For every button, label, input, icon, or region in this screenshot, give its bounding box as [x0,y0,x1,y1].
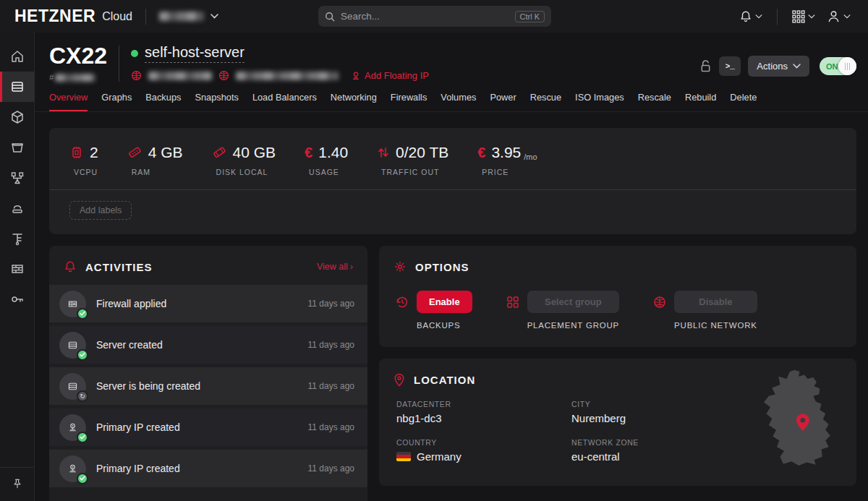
tab-networking[interactable]: Networking [331,92,377,111]
tab-rescue[interactable]: Rescue [530,92,561,111]
stats-row: 2 VCPU 4 GB RAM 40 GB DISK LOCAL [49,128,856,189]
unlock-icon[interactable] [699,59,712,73]
option-public-network: Disable PUBLIC NETWORK [652,291,757,330]
server-ip-row: Add Floating IP [131,70,429,81]
bell-icon [64,260,77,273]
tab-load-balancers[interactable]: Load Balancers [252,92,317,111]
overview-grid: ACTIVITIES View all › Firewall applied 1… [49,246,856,501]
sidebar-item-servers[interactable] [0,72,35,102]
stat-traffic: 0/20 TB TRAFFIC OUT [377,144,448,176]
activity-row[interactable]: ↻ Server is being created 11 days ago [49,367,367,405]
activity-title: Firewall applied [96,298,166,309]
sidebar-item-firewalls[interactable] [0,254,35,284]
tab-graphs[interactable]: Graphs [101,92,132,111]
success-badge-icon [77,432,88,443]
options-panel: OPTIONS Enable BACKUPS Select group [379,246,856,347]
stat-value: 40 GB [233,144,276,161]
tab-rescale[interactable]: Rescale [638,92,671,111]
header-divider [119,46,119,82]
germany-map [757,369,838,468]
pin-icon[interactable] [12,478,23,489]
activity-row[interactable]: Primary IP created 11 days ago [49,408,367,446]
sidebar-item-security[interactable] [0,284,35,314]
project-name-redacted [159,12,204,21]
tab-firewalls[interactable]: Firewalls [391,92,427,111]
firewall-icon [10,262,25,276]
sidebar-item-floating-ips[interactable] [0,193,35,223]
view-all-link[interactable]: View all › [317,262,353,272]
server-icon [67,380,79,393]
enable-backups-button[interactable]: Enable [417,291,472,313]
add-labels-button[interactable]: Add labels [69,201,132,220]
tab-iso-images[interactable]: ISO Images [575,92,624,111]
ipv6-address-redacted [236,72,339,80]
tab-rebuild[interactable]: Rebuild [685,92,716,111]
chevron-down-icon [843,14,851,19]
server-name[interactable]: self-host-server [145,44,244,63]
activities-list: Firewall applied 11 days ago Server crea… [49,285,367,492]
options-header: OPTIONS [379,246,856,285]
cpu-icon [69,145,84,160]
power-toggle[interactable]: ON [820,57,856,75]
activity-avatar [59,332,86,359]
sidebar-item-networks[interactable] [0,223,35,254]
server-tabs: Overview Graphs Backups Snapshots Load B… [35,82,868,112]
status-dot-running [131,50,138,57]
stat-disk: 40 GB DISK LOCAL [212,144,276,176]
placement-grid-icon [506,295,520,309]
tab-overview[interactable]: Overview [49,92,88,111]
product-name: Cloud [102,10,132,23]
ipv6-globe-icon [218,70,229,81]
germany-flag-icon [396,452,411,461]
traffic-icon [377,145,390,160]
tab-snapshots[interactable]: Snapshots [195,92,238,111]
tab-power[interactable]: Power [490,92,516,111]
actions-button[interactable]: Actions [748,56,809,77]
sidebar-footer [0,467,34,501]
stat-label: USAGE [305,168,339,176]
activity-row[interactable]: Primary IP created 11 days ago [49,450,367,487]
top-navbar: HETZNER Cloud Search... Ctrl K [0,0,868,33]
notifications-menu[interactable] [736,7,765,26]
sidebar-item-storage[interactable] [0,132,35,163]
ip-pin-icon [67,421,79,434]
stat-label: DISK LOCAL [212,168,268,176]
activity-row[interactable]: Firewall applied 11 days ago [49,285,367,322]
activity-avatar: ↻ [59,373,86,400]
tab-volumes[interactable]: Volumes [441,92,476,111]
sidebar-item-volumes[interactable] [0,102,35,132]
select-group-button[interactable]: Select group [527,291,619,313]
project-selector[interactable] [159,12,218,21]
bucket-icon [10,140,25,155]
disk-icon [212,145,227,160]
right-column: OPTIONS Enable BACKUPS Select group [379,246,856,486]
labels-row: Add labels [49,190,856,234]
field-value: nbg1-dc3 [396,412,571,424]
option-label: PUBLIC NETWORK [674,321,757,330]
stat-price: € 3.95 /mo PRICE [477,144,537,176]
tab-delete[interactable]: Delete [730,92,757,111]
apps-menu[interactable] [789,7,818,26]
gear-icon [393,260,407,273]
hetzner-logo: HETZNER [14,7,95,26]
server-controls: >_ Actions ON [699,56,856,77]
console-button[interactable]: >_ [719,56,741,76]
success-badge-icon [77,473,88,484]
search-input[interactable]: Search... Ctrl K [318,6,551,27]
sidebar-item-load-balancers[interactable] [0,163,35,193]
bell-icon [739,10,752,23]
home-icon [10,49,25,64]
activity-avatar [59,455,86,482]
view-all-label: View all [317,262,348,272]
add-floating-ip-link[interactable]: Add Floating IP [351,70,429,81]
add-floating-ip-label: Add Floating IP [365,70,429,81]
account-menu[interactable] [824,7,854,26]
sidebar-item-home[interactable] [0,41,35,72]
tab-backups[interactable]: Backups [145,92,181,111]
disable-public-network-button[interactable]: Disable [674,291,757,313]
server-name-row: self-host-server [131,44,429,63]
activities-header: ACTIVITIES View all › [49,246,367,285]
activity-row[interactable]: Server created 11 days ago [49,326,367,364]
server-plan: CX22 [49,44,107,67]
stat-vcpu: 2 VCPU [69,144,98,176]
